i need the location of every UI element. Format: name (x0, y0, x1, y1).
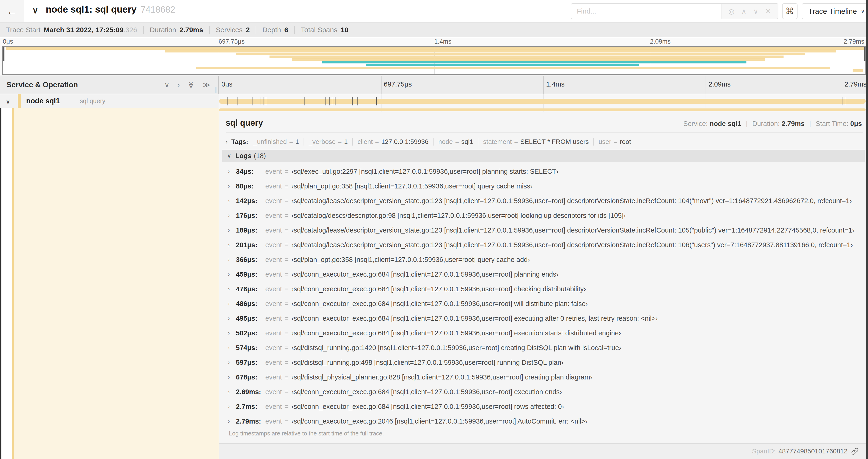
tags-row[interactable]: › Tags: _unfinished=1_verbose=1client=12… (226, 137, 863, 147)
log-expand-chevron-icon[interactable]: › (228, 286, 236, 292)
log-row[interactable]: ›189μs:event=‹sql/catalog/lease/descript… (222, 223, 865, 238)
view-selector-button[interactable]: Trace Timeline ∨ (802, 3, 868, 19)
log-timestamp: 574μs: (236, 344, 265, 352)
column-resizer-grip[interactable]: ∥ (214, 86, 217, 93)
tags-expand-chevron-icon[interactable]: › (226, 138, 227, 145)
log-expand-chevron-icon[interactable]: › (228, 345, 236, 351)
log-event-value: ‹sql/distsql_running.go:1420 [nsql1,clie… (291, 344, 621, 352)
log-tick-mark (260, 97, 260, 105)
next-match-icon[interactable]: ∨ (753, 7, 758, 15)
log-field-name: event (265, 373, 282, 381)
log-expand-chevron-icon[interactable]: › (228, 198, 236, 204)
tag-item[interactable]: _unfinished=1 (253, 138, 299, 145)
log-expand-chevron-icon[interactable]: › (228, 403, 236, 410)
collapse-trace-chevron-icon[interactable]: ∨ (32, 6, 38, 15)
chevron-down-icon: ∨ (861, 8, 865, 14)
logs-collapse-chevron-icon[interactable]: ∨ (227, 153, 231, 159)
collapse-all-icon[interactable]: ≫ (187, 81, 195, 88)
log-expand-chevron-icon[interactable]: › (228, 227, 236, 233)
collapse-one-icon[interactable]: ∨ (164, 81, 169, 89)
minimap-left-scrubber[interactable] (3, 47, 4, 61)
log-row[interactable]: ›486μs:event=‹sql/conn_executor_exec.go:… (222, 296, 865, 311)
tag-key: _unfinished (253, 138, 287, 145)
log-row[interactable]: ›176μs:event=‹sql/catalog/descs/descript… (222, 208, 865, 223)
timeline-gridline (544, 76, 544, 94)
tick-label: 2.09ms (650, 38, 671, 45)
keyboard-shortcuts-button[interactable]: ⌘ (782, 3, 798, 19)
services-value: 2 (246, 26, 250, 34)
log-expand-chevron-icon[interactable]: › (228, 315, 236, 322)
back-button[interactable]: ← (0, 0, 24, 22)
minimap-right-scrubber[interactable] (864, 47, 865, 61)
log-equals: = (285, 168, 289, 175)
log-event-value: ‹sql/conn_executor_exec.go:684 [nsql1,cl… (291, 388, 562, 396)
log-field-name: event (265, 418, 282, 425)
log-expand-chevron-icon[interactable]: › (228, 359, 236, 366)
span-duration-bar[interactable] (219, 99, 866, 104)
log-row[interactable]: ›2.69ms:event=‹sql/conn_executor_exec.go… (222, 385, 865, 399)
minimap-canvas[interactable] (2, 46, 866, 75)
span-detail-title: sql query (226, 118, 263, 128)
log-row[interactable]: ›34μs:event=‹sql/exec_util.go:2297 [nsql… (222, 164, 865, 179)
clear-search-icon[interactable]: ✕ (765, 7, 771, 15)
log-row[interactable]: ›80μs:event=‹sql/plan_opt.go:358 [nsql1,… (222, 179, 865, 194)
log-row[interactable]: ›574μs:event=‹sql/distsql_running.go:142… (222, 340, 865, 355)
find-input[interactable] (571, 3, 721, 19)
span-row-timeline-cell[interactable] (219, 94, 868, 111)
log-expand-chevron-icon[interactable]: › (228, 212, 236, 219)
span-detail-meta: Service: node sql1|Duration: 2.79ms|Star… (683, 120, 862, 128)
back-arrow-icon: ← (6, 5, 17, 18)
tags-label: Tags: (231, 138, 248, 145)
log-row[interactable]: ›2.7ms:event=‹sql/conn_executor_exec.go:… (222, 399, 865, 414)
log-field-name: event (265, 403, 282, 411)
vertical-scrollbar[interactable] (866, 0, 868, 459)
log-expand-chevron-icon[interactable]: › (228, 271, 236, 277)
log-expand-chevron-icon[interactable]: › (228, 168, 236, 175)
log-event-value: ‹sql/catalog/lease/descriptor_version_st… (291, 197, 852, 205)
log-row[interactable]: ›502μs:event=‹sql/conn_executor_exec.go:… (222, 326, 865, 340)
tag-item[interactable]: _verbose=1 (304, 138, 348, 145)
log-expand-chevron-icon[interactable]: › (228, 374, 236, 381)
log-expand-chevron-icon[interactable]: › (228, 301, 236, 307)
log-timestamp: 495μs: (236, 315, 265, 322)
logs-section-header[interactable]: ∨ Logs (18) (222, 150, 865, 162)
log-row[interactable]: ›678μs:event=‹sql/distsql_physical_plann… (222, 370, 865, 385)
log-row[interactable]: ›366μs:event=‹sql/plan_opt.go:358 [nsql1… (222, 252, 865, 267)
log-row[interactable]: ›476μs:event=‹sql/conn_executor_exec.go:… (222, 282, 865, 296)
log-expand-chevron-icon[interactable]: › (228, 242, 236, 248)
expanded-span-bar[interactable] (219, 108, 866, 111)
log-equals: = (285, 315, 289, 322)
log-field-name: event (265, 359, 282, 366)
log-expand-chevron-icon[interactable]: › (228, 389, 236, 395)
log-tick-mark (330, 97, 330, 105)
tag-item[interactable]: node=sql1 (433, 138, 473, 145)
log-row[interactable]: ›495μs:event=‹sql/conn_executor_exec.go:… (222, 311, 865, 326)
log-row[interactable]: ›201μs:event=‹sql/catalog/lease/descript… (222, 238, 865, 252)
log-row[interactable]: ›459μs:event=‹sql/conn_executor_exec.go:… (222, 267, 865, 282)
span-row-name-cell[interactable]: ∨ node sql1 sql query (0, 94, 219, 108)
tag-item[interactable]: client=127.0.0.1:59936 (352, 138, 428, 145)
timeline-column-header: Service & Operation ∨ › ≫ ≫ ∥ 0μs697.75μ… (0, 75, 868, 94)
log-expand-chevron-icon[interactable]: › (228, 183, 236, 189)
prev-match-icon[interactable]: ∧ (741, 7, 746, 15)
log-expand-chevron-icon[interactable]: › (228, 418, 236, 424)
log-row[interactable]: ›142μs:event=‹sql/catalog/lease/descript… (222, 194, 865, 208)
service-label: Service: (683, 120, 708, 127)
log-expand-chevron-icon[interactable]: › (228, 330, 236, 336)
span-collapse-chevron-icon[interactable]: ∨ (6, 97, 10, 105)
trace-summary-bar: Trace Start March 31 2022, 17:25:09.326 … (0, 23, 868, 37)
copy-link-icon[interactable] (851, 448, 859, 455)
duration-value: 2.79ms (180, 26, 203, 34)
log-timestamp: 476μs: (236, 285, 265, 293)
log-expand-chevron-icon[interactable]: › (228, 257, 236, 263)
log-row[interactable]: ›2.79ms:event=‹sql/conn_executor_exec.go… (222, 414, 865, 429)
match-highlight-icon[interactable]: ◎ (728, 7, 734, 15)
tag-item[interactable]: statement=SELECT * FROM users (478, 138, 589, 145)
log-event-value: ‹sql/conn_executor_exec.go:684 [nsql1,cl… (291, 329, 621, 337)
tag-item[interactable]: user=root (593, 138, 631, 145)
trace-minimap[interactable]: 0μs697.75μs1.4ms2.09ms2.79ms (0, 38, 868, 75)
expand-all-icon[interactable]: ≫ (203, 81, 210, 89)
total-spans-value: 10 (341, 26, 348, 34)
log-row[interactable]: ›597μs:event=‹sql/distsql_running.go:498… (222, 355, 865, 370)
expand-one-icon[interactable]: › (177, 81, 180, 89)
